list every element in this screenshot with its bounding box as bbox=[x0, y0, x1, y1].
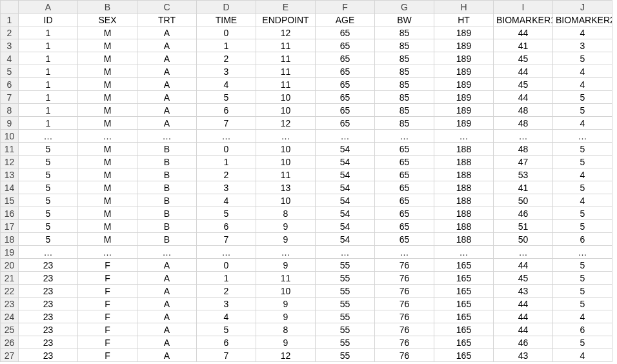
data-cell[interactable]: 189 bbox=[434, 52, 494, 65]
data-cell[interactable]: 8 bbox=[256, 323, 316, 336]
data-cell[interactable]: A bbox=[137, 39, 197, 52]
data-cell[interactable]: 85 bbox=[375, 117, 434, 130]
data-cell[interactable]: 55 bbox=[316, 336, 375, 349]
data-cell[interactable]: 55 bbox=[316, 310, 375, 323]
data-cell[interactable]: 5 bbox=[19, 181, 78, 194]
data-cell[interactable]: 44 bbox=[494, 65, 553, 78]
data-cell[interactable]: M bbox=[78, 65, 137, 78]
data-cell[interactable]: 54 bbox=[316, 220, 375, 233]
data-cell[interactable]: F bbox=[78, 272, 137, 285]
data-cell[interactable]: 48 bbox=[494, 104, 553, 117]
data-cell[interactable]: 65 bbox=[375, 143, 434, 156]
data-cell[interactable]: M bbox=[78, 156, 137, 168]
data-cell[interactable]: 7 bbox=[197, 233, 256, 246]
data-cell[interactable]: … bbox=[256, 246, 316, 259]
data-cell[interactable]: 7 bbox=[197, 117, 256, 130]
data-cell[interactable]: 5 bbox=[553, 143, 612, 156]
data-cell[interactable]: 1 bbox=[19, 52, 78, 65]
data-cell[interactable]: 189 bbox=[434, 104, 494, 117]
data-cell[interactable]: 23 bbox=[19, 349, 78, 362]
data-cell[interactable]: 55 bbox=[316, 285, 375, 298]
data-cell[interactable]: 23 bbox=[19, 285, 78, 298]
data-cell[interactable]: 9 bbox=[256, 336, 316, 349]
data-cell[interactable]: 5 bbox=[553, 52, 612, 65]
data-cell[interactable]: … bbox=[19, 246, 78, 259]
data-cell[interactable]: F bbox=[78, 349, 137, 362]
data-cell[interactable]: 76 bbox=[375, 349, 434, 362]
data-cell[interactable]: 54 bbox=[316, 194, 375, 207]
data-cell[interactable]: 5 bbox=[553, 259, 612, 272]
data-cell[interactable]: 44 bbox=[494, 298, 553, 310]
data-cell[interactable]: 4 bbox=[553, 117, 612, 130]
data-cell[interactable]: 65 bbox=[316, 91, 375, 104]
data-cell[interactable]: 45 bbox=[494, 52, 553, 65]
column-header-E[interactable]: E bbox=[256, 1, 316, 14]
header-cell[interactable]: SEX bbox=[78, 14, 137, 26]
data-cell[interactable]: 1 bbox=[19, 65, 78, 78]
data-cell[interactable]: 5 bbox=[197, 323, 256, 336]
data-cell[interactable]: F bbox=[78, 298, 137, 310]
data-cell[interactable]: 4 bbox=[553, 26, 612, 39]
data-cell[interactable]: 3 bbox=[197, 181, 256, 194]
data-cell[interactable]: 51 bbox=[494, 220, 553, 233]
data-cell[interactable]: 11 bbox=[256, 65, 316, 78]
data-cell[interactable]: M bbox=[78, 117, 137, 130]
data-cell[interactable]: 44 bbox=[494, 259, 553, 272]
data-cell[interactable]: 5 bbox=[19, 194, 78, 207]
data-cell[interactable]: 55 bbox=[316, 349, 375, 362]
data-cell[interactable]: 55 bbox=[316, 272, 375, 285]
row-header-20[interactable]: 20 bbox=[1, 259, 19, 272]
data-cell[interactable]: 6 bbox=[197, 336, 256, 349]
data-cell[interactable]: 85 bbox=[375, 26, 434, 39]
data-cell[interactable]: F bbox=[78, 310, 137, 323]
data-cell[interactable]: 65 bbox=[316, 104, 375, 117]
data-cell[interactable]: 5 bbox=[553, 298, 612, 310]
column-header-A[interactable]: A bbox=[19, 1, 78, 14]
data-cell[interactable]: 65 bbox=[375, 181, 434, 194]
data-cell[interactable]: … bbox=[316, 246, 375, 259]
row-header-12[interactable]: 12 bbox=[1, 156, 19, 168]
row-header-13[interactable]: 13 bbox=[1, 168, 19, 181]
data-cell[interactable]: 189 bbox=[434, 91, 494, 104]
data-cell[interactable]: 7 bbox=[197, 349, 256, 362]
data-cell[interactable]: A bbox=[137, 117, 197, 130]
data-cell[interactable]: 65 bbox=[375, 220, 434, 233]
data-cell[interactable]: 46 bbox=[494, 207, 553, 220]
data-cell[interactable]: 65 bbox=[316, 39, 375, 52]
data-cell[interactable]: 165 bbox=[434, 272, 494, 285]
data-cell[interactable]: 65 bbox=[375, 156, 434, 168]
data-cell[interactable]: 65 bbox=[316, 52, 375, 65]
row-header-23[interactable]: 23 bbox=[1, 298, 19, 310]
data-cell[interactable]: 4 bbox=[553, 78, 612, 91]
column-header-I[interactable]: I bbox=[494, 1, 553, 14]
data-cell[interactable]: 48 bbox=[494, 143, 553, 156]
data-cell[interactable]: 47 bbox=[494, 156, 553, 168]
data-cell[interactable]: 10 bbox=[256, 91, 316, 104]
data-cell[interactable]: 55 bbox=[316, 259, 375, 272]
data-cell[interactable]: … bbox=[375, 130, 434, 143]
row-header-21[interactable]: 21 bbox=[1, 272, 19, 285]
data-cell[interactable]: 4 bbox=[197, 310, 256, 323]
data-cell[interactable]: 165 bbox=[434, 259, 494, 272]
row-header-18[interactable]: 18 bbox=[1, 233, 19, 246]
data-cell[interactable]: 76 bbox=[375, 298, 434, 310]
data-cell[interactable]: 3 bbox=[197, 65, 256, 78]
data-cell[interactable]: 165 bbox=[434, 285, 494, 298]
header-cell[interactable]: ID bbox=[19, 14, 78, 26]
data-cell[interactable]: B bbox=[137, 168, 197, 181]
data-cell[interactable]: 165 bbox=[434, 323, 494, 336]
data-cell[interactable]: 65 bbox=[375, 207, 434, 220]
row-header-8[interactable]: 8 bbox=[1, 104, 19, 117]
data-cell[interactable]: 5 bbox=[553, 272, 612, 285]
data-cell[interactable]: 4 bbox=[553, 310, 612, 323]
data-cell[interactable]: 11 bbox=[256, 39, 316, 52]
data-cell[interactable]: 5 bbox=[19, 220, 78, 233]
data-cell[interactable]: M bbox=[78, 104, 137, 117]
data-cell[interactable]: 165 bbox=[434, 336, 494, 349]
data-cell[interactable]: … bbox=[375, 246, 434, 259]
data-cell[interactable]: 54 bbox=[316, 233, 375, 246]
row-header-6[interactable]: 6 bbox=[1, 78, 19, 91]
data-cell[interactable]: 48 bbox=[494, 117, 553, 130]
row-header-4[interactable]: 4 bbox=[1, 52, 19, 65]
data-cell[interactable]: 6 bbox=[197, 104, 256, 117]
